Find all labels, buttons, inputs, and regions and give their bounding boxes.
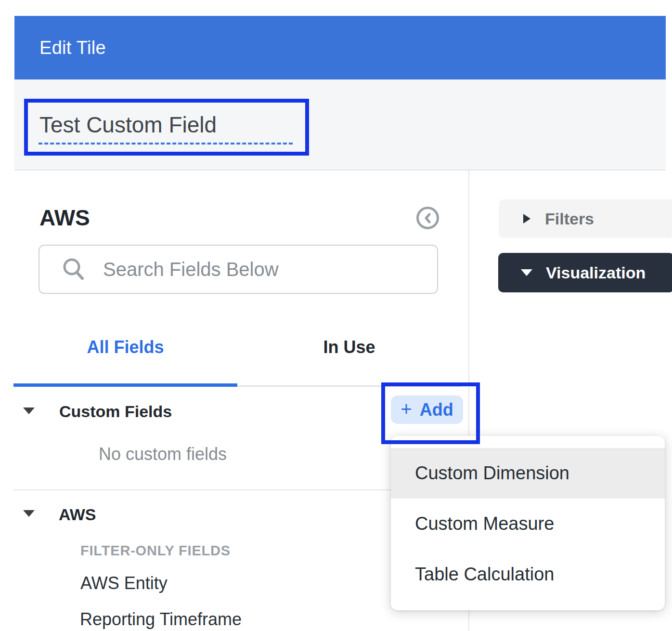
visualization-expander[interactable]: Visualization [498, 253, 672, 292]
tab-in-use[interactable]: In Use [237, 337, 461, 357]
menu-item-custom-dimension[interactable]: Custom Dimension [391, 448, 665, 499]
menu-item-custom-measure[interactable]: Custom Measure [391, 499, 665, 549]
dialog-title: Edit Tile [39, 16, 106, 79]
no-custom-fields-text: No custom fields [99, 444, 227, 464]
filters-label: Filters [545, 210, 594, 228]
filters-expander[interactable]: Filters [499, 199, 672, 238]
custom-fields-expander-triangle-down-icon[interactable] [23, 408, 35, 414]
tile-name-input[interactable]: Test Custom Field [39, 112, 217, 138]
edit-tile-dialog: Edit Tile Test Custom Field AWS All Fiel… [0, 0, 672, 631]
aws-expander-triangle-down-icon[interactable] [23, 510, 35, 517]
explore-name: AWS [39, 206, 90, 229]
collapse-panel-button[interactable] [416, 207, 439, 229]
triangle-right-icon [523, 214, 530, 223]
tile-name-underline [39, 143, 293, 145]
header-content-divider [14, 170, 666, 171]
dialog-header: Edit Tile [14, 16, 666, 79]
add-custom-field-button[interactable]: + Add [391, 395, 463, 424]
visualization-label: Visualization [546, 263, 646, 282]
triangle-down-icon [521, 269, 532, 276]
plus-icon: + [401, 398, 412, 420]
add-button-label: Add [420, 400, 453, 420]
field-reporting-timeframe[interactable]: Reporting Timeframe [80, 609, 242, 630]
tab-all-fields[interactable]: All Fields [13, 337, 237, 357]
field-aws-entity[interactable]: AWS Entity [80, 573, 168, 593]
aws-section-label[interactable]: AWS [59, 505, 96, 524]
active-tab-indicator [13, 383, 237, 387]
custom-fields-section-label[interactable]: Custom Fields [59, 402, 172, 421]
chevron-left-icon [422, 212, 434, 224]
add-field-dropdown-menu: Custom Dimension Custom Measure Table Ca… [391, 436, 665, 610]
field-search-box [39, 245, 438, 294]
search-input[interactable] [103, 259, 430, 280]
menu-item-table-calculation[interactable]: Table Calculation [391, 549, 665, 600]
filter-only-fields-group-label: FILTER-ONLY FIELDS [80, 543, 231, 559]
search-icon [62, 257, 86, 281]
